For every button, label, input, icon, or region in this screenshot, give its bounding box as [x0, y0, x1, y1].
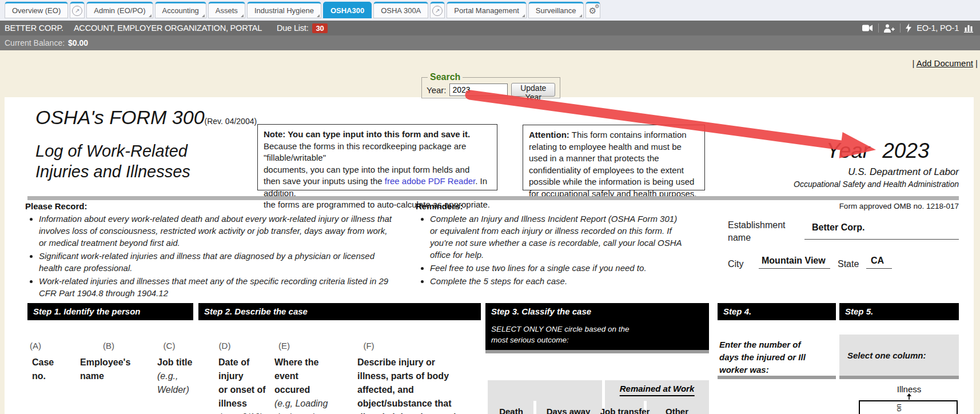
- tab-overview-popout-button[interactable]: ↗: [70, 2, 85, 18]
- state-value[interactable]: CA: [871, 256, 884, 266]
- year-input[interactable]: [449, 83, 508, 96]
- tab-label: OSHA300: [330, 6, 364, 15]
- form-year-heading: Year2023: [826, 139, 929, 163]
- tab-osha300a-popout-button[interactable]: ↗: [430, 2, 445, 18]
- dropdown-corner-icon: [579, 14, 582, 17]
- popout-icon: ↗: [72, 6, 82, 16]
- tab-label: OSHA 300A: [381, 6, 421, 15]
- col-line: illness: [218, 397, 266, 411]
- note-line: documents, you can type into the input f…: [264, 164, 491, 176]
- reminders-list: Complete an Injury and Illness Incident …: [419, 213, 686, 288]
- step3-shadow: [485, 350, 709, 353]
- step4-instructions-line1: Enter the number of: [719, 339, 806, 351]
- reminders-title: Reminders:: [416, 201, 463, 211]
- tab-surveillance[interactable]: Surveillance: [528, 2, 584, 18]
- city-value[interactable]: Mountain View: [762, 256, 826, 266]
- tab-admin-eopo[interactable]: Admin (EO/PO): [86, 2, 153, 18]
- establishment-value[interactable]: Better Corp.: [812, 222, 865, 233]
- add-person-icon[interactable]: [884, 24, 895, 33]
- add-document-bar: | Add Document |: [912, 58, 978, 68]
- osha300-page: Overview (EO) ↗ Admin (EO/PO) Accounting…: [0, 0, 980, 414]
- state-underline: [866, 268, 892, 269]
- please-record-title: Please Record:: [25, 201, 87, 211]
- establishment-label: Establishment name: [728, 219, 786, 244]
- due-list-count-badge[interactable]: 30: [312, 23, 327, 33]
- col-line: illness, parts of body: [357, 369, 461, 383]
- note-title: Note: You can type input into this form …: [264, 129, 491, 141]
- col-line: Case: [32, 356, 54, 369]
- form-revision: (Rev. 04/2004): [205, 117, 257, 126]
- illness-label: Illness: [897, 384, 922, 394]
- column-header-employee-name: Employee's name: [80, 356, 130, 383]
- col-line: Where the: [274, 356, 328, 369]
- col-line: injury: [218, 369, 266, 383]
- omb-approval: Form approved OMB no. 1218-017: [839, 202, 959, 210]
- tab-portal-management[interactable]: Portal Management: [447, 2, 526, 18]
- step3-header: Step 3. Classify the case SELECT ONLY ON…: [485, 303, 709, 350]
- form-title-text: OSHA's FORM 300: [35, 106, 205, 128]
- col-hint: dock north: [274, 411, 328, 414]
- column-letter-a: (A): [30, 341, 41, 351]
- column-letter-c: (C): [164, 341, 176, 351]
- column-letter-d: (D): [219, 341, 231, 351]
- update-year-button[interactable]: Update Year: [511, 83, 555, 97]
- tab-osha300a[interactable]: OSHA 300A: [373, 2, 428, 18]
- divider: [900, 23, 901, 33]
- column-header-case-no: Case no.: [32, 356, 54, 383]
- please-record-bullet: Work-related injuries and illnesses that…: [39, 275, 396, 299]
- column-letter-e: (E): [278, 341, 290, 351]
- col-line: Employee's: [80, 356, 130, 369]
- note-line-text: then save your inputs using the: [264, 176, 385, 186]
- popout-icon: ↗: [432, 6, 443, 16]
- form-subtitle-line2: Injuries and Illnesses: [35, 161, 190, 182]
- column-letter-b: (B): [103, 341, 114, 351]
- step3-subtext-line1: SELECT ONLY ONE circle based on the: [491, 324, 709, 335]
- section-divider: [27, 196, 959, 200]
- tab-osha300-active[interactable]: OSHA300: [323, 2, 372, 18]
- bar-chart-icon[interactable]: [964, 23, 974, 33]
- lightning-icon[interactable]: [906, 23, 911, 33]
- tab-label: Portal Management: [454, 6, 519, 15]
- settings-gears-button[interactable]: ⚙⚙: [585, 2, 600, 18]
- step4-instructions: Enter the number of days the injured or …: [719, 339, 806, 376]
- establishment-underline: [804, 239, 959, 240]
- step1-header: Step 1. Identify the person: [27, 303, 193, 320]
- tab-overview-eo[interactable]: Overview (EO): [5, 2, 68, 18]
- org-bar-actions: EO-1, PO-1: [862, 23, 975, 33]
- organization-bar: BETTER CORP. ACCOUNT, EMPLOYER ORGANIZAT…: [0, 21, 980, 35]
- column-header-date-of-injury: Date of injury or onset of illness (e.g.…: [218, 356, 266, 414]
- step2-header: Step 2. Describe the case: [198, 303, 481, 320]
- search-row: Year: Update Year: [427, 83, 555, 97]
- tab-accounting[interactable]: Accounting: [155, 2, 206, 18]
- pdf-reader-link[interactable]: free adobe PDF Reader: [385, 176, 475, 186]
- state-label: State: [838, 258, 859, 270]
- establishment-label-line1: Establishment: [728, 219, 786, 232]
- please-record-bullet: Information about every work-related dea…: [39, 213, 396, 249]
- dropdown-corner-icon: [522, 14, 525, 17]
- step5-shadow: [839, 376, 959, 379]
- form-subtitle-line1: Log of Work-Related: [35, 141, 190, 161]
- balance-label: Current Balance:: [5, 38, 65, 47]
- pipe: |: [912, 58, 914, 68]
- death-column-label: Death: [499, 407, 523, 414]
- tab-label: Surveillance: [536, 6, 576, 15]
- col-line: occured: [274, 383, 328, 397]
- col-line: Describe injury or: [357, 356, 461, 369]
- tab-assets[interactable]: Assets: [208, 2, 245, 18]
- tab-industrial-hygiene[interactable]: Industrial Hygiene: [247, 2, 321, 18]
- col-line: no.: [32, 369, 54, 383]
- step4-instructions-line3: worker was:: [719, 364, 806, 376]
- col-line: name: [80, 369, 130, 383]
- add-document-link[interactable]: Add Document: [917, 58, 973, 68]
- department-of-labor: U.S. Department of Labor: [848, 166, 959, 178]
- col-hint: (e.g.,: [157, 369, 192, 383]
- col-line: object/substance that: [357, 397, 461, 411]
- tab-label: Admin (EO/PO): [94, 6, 145, 15]
- video-camera-icon[interactable]: [862, 24, 873, 32]
- dropdown-corner-icon: [241, 14, 244, 17]
- remained-at-work-label: Remained at Work: [620, 384, 695, 396]
- column-header-job-title: Job title (e.g., Welder): [157, 356, 192, 397]
- step4-header: Step 4.: [718, 303, 836, 320]
- step3-subtext-line2: most serious outcome:: [491, 335, 709, 345]
- reminders-bullet: Feel free to use two lines for a single …: [430, 262, 686, 274]
